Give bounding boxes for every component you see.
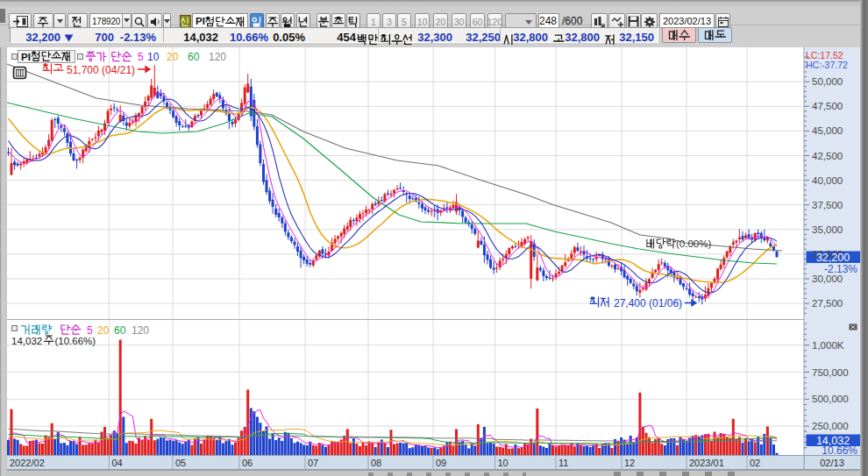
svg-text:07: 07 bbox=[308, 458, 318, 468]
svg-text:-2.13%: -2.13% bbox=[824, 263, 857, 275]
svg-text:2022/02: 2022/02 bbox=[10, 458, 45, 468]
svg-text:42,500: 42,500 bbox=[812, 151, 843, 161]
svg-text:20: 20 bbox=[97, 324, 110, 337]
svg-text:60: 60 bbox=[188, 51, 200, 63]
svg-text:120: 120 bbox=[132, 324, 149, 337]
svg-text:02: 02 bbox=[750, 458, 760, 468]
svg-text:37,500: 37,500 bbox=[812, 200, 843, 210]
svg-text:27,400 (01/06): 27,400 (01/06) bbox=[614, 297, 682, 309]
svg-text:250,000: 250,000 bbox=[812, 421, 849, 431]
svg-text:(0.00%): (0.00%) bbox=[676, 238, 711, 249]
svg-text:35,000: 35,000 bbox=[812, 224, 843, 235]
svg-text:14,032: 14,032 bbox=[11, 336, 42, 346]
svg-text:05: 05 bbox=[175, 458, 186, 468]
svg-text:06: 06 bbox=[242, 458, 253, 468]
svg-text:32,200: 32,200 bbox=[816, 252, 850, 264]
svg-text:1,000K: 1,000K bbox=[812, 340, 844, 351]
svg-text:47,500: 47,500 bbox=[812, 101, 843, 111]
svg-text:10.66%: 10.66% bbox=[822, 444, 857, 457]
svg-text:10: 10 bbox=[498, 458, 509, 468]
svg-text:08: 08 bbox=[371, 458, 381, 468]
svg-text:2023/01: 2023/01 bbox=[689, 458, 724, 468]
svg-text:500,000: 500,000 bbox=[812, 394, 849, 404]
svg-text:60: 60 bbox=[114, 324, 126, 337]
svg-text:5: 5 bbox=[138, 51, 144, 63]
svg-text:HC:-37.72: HC:-37.72 bbox=[806, 60, 848, 70]
svg-text:5: 5 bbox=[87, 324, 93, 337]
svg-text:02/13: 02/13 bbox=[820, 458, 844, 468]
svg-text:51,700 (04/21): 51,700 (04/21) bbox=[67, 64, 135, 76]
svg-text:120: 120 bbox=[209, 51, 226, 63]
svg-text:10: 10 bbox=[147, 51, 160, 63]
svg-text:20: 20 bbox=[167, 51, 179, 63]
svg-text:09: 09 bbox=[436, 458, 446, 468]
svg-text:750,000: 750,000 bbox=[812, 367, 849, 378]
svg-text:11: 11 bbox=[559, 458, 568, 468]
svg-text:(10.66%): (10.66%) bbox=[55, 336, 96, 346]
svg-text:PI: PI bbox=[21, 52, 31, 62]
svg-text:12: 12 bbox=[624, 458, 635, 468]
svg-text:45,000: 45,000 bbox=[812, 125, 843, 136]
svg-text:27,500: 27,500 bbox=[812, 298, 843, 309]
svg-text:40,000: 40,000 bbox=[812, 175, 843, 186]
svg-text:50,000: 50,000 bbox=[812, 76, 843, 87]
svg-text:04: 04 bbox=[112, 458, 123, 468]
